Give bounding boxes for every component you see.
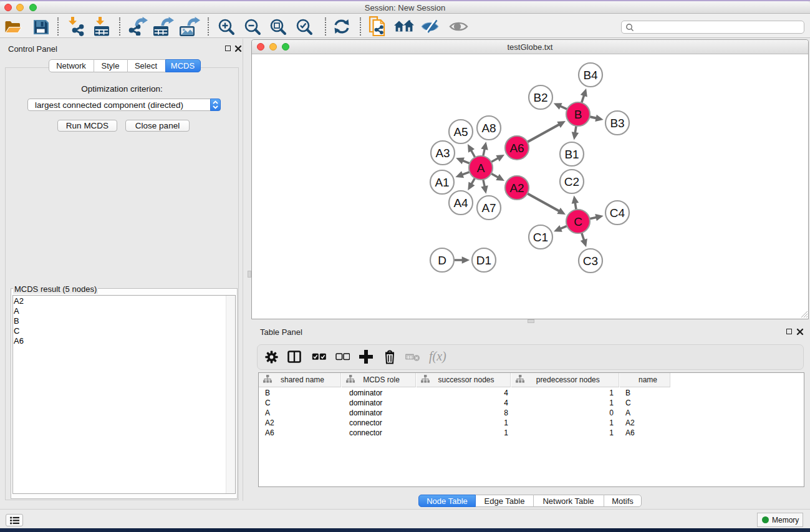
- svg-text:C: C: [574, 215, 582, 228]
- svg-text:B3: B3: [610, 117, 624, 130]
- svg-text:D: D: [438, 254, 446, 267]
- svg-text:B1: B1: [564, 148, 579, 161]
- svg-text:A3: A3: [435, 147, 450, 160]
- svg-text:B2: B2: [533, 91, 547, 104]
- svg-text:B: B: [574, 108, 582, 121]
- svg-text:A7: A7: [481, 201, 496, 215]
- svg-text:A2: A2: [509, 181, 524, 195]
- svg-text:C4: C4: [610, 206, 625, 220]
- svg-text:C2: C2: [564, 175, 579, 188]
- svg-text:A5: A5: [453, 125, 468, 138]
- svg-text:A6: A6: [509, 142, 524, 155]
- svg-text:A8: A8: [481, 122, 496, 135]
- svg-text:A4: A4: [453, 196, 468, 210]
- svg-text:A: A: [477, 162, 485, 175]
- svg-text:D1: D1: [476, 254, 491, 267]
- svg-text:C3: C3: [583, 254, 598, 268]
- svg-text:C1: C1: [533, 231, 548, 244]
- svg-text:B4: B4: [583, 69, 598, 82]
- svg-text:A1: A1: [435, 176, 449, 189]
